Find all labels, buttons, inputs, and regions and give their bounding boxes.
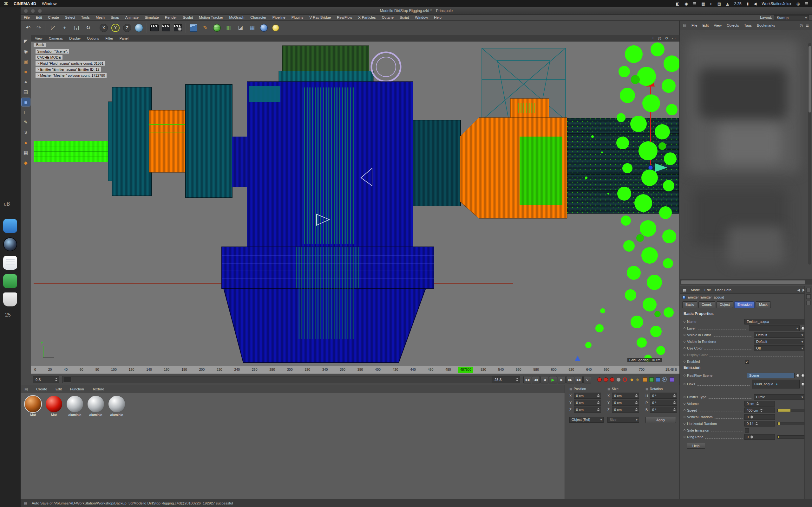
goto-start-button[interactable]: ▮◀	[523, 376, 531, 383]
timeline-ruler[interactable]: 0204060801001201401601802002202402602803…	[31, 366, 679, 374]
use-color-dropdown[interactable]: Off▾	[754, 345, 805, 351]
scene-link-ball-icon[interactable]	[796, 374, 800, 377]
strip-lock-icon[interactable]	[806, 288, 811, 292]
status-icon-5[interactable]: ◐	[710, 2, 712, 6]
viewport-menu-5[interactable]: Panel	[119, 37, 129, 40]
tab-coord[interactable]: Coord.	[699, 301, 715, 308]
timeline-scrub-track[interactable]: 28 S	[62, 376, 509, 383]
strip-mode-icon[interactable]	[806, 294, 811, 299]
add-floor-button[interactable]: ▦	[247, 23, 257, 33]
record-rotation-button[interactable]	[610, 377, 614, 382]
status-icon-7[interactable]: ◭	[726, 2, 729, 6]
size-y-field[interactable]: 0 cm	[612, 400, 639, 406]
object-manager-tree-blurred[interactable]	[680, 30, 812, 279]
size-z-field[interactable]: 0 cm	[612, 406, 639, 412]
material-menu-2[interactable]: Function	[70, 387, 84, 391]
om-filter-icon[interactable]: ☰	[806, 23, 809, 27]
position-z-field[interactable]: 0 cm	[574, 406, 601, 412]
status-icon-1[interactable]: ◧	[676, 2, 679, 6]
next-key-button[interactable]: ▮▶	[566, 376, 574, 383]
viewport-canvas[interactable]: Y Back Simulation "Scene":CACHE MODE> Fl…	[31, 42, 679, 366]
palette-paint-tool-icon[interactable]: ●	[21, 138, 30, 147]
ring-ratio-spinner[interactable]: 0	[745, 434, 775, 440]
size-x-field[interactable]: 0 cm	[612, 393, 639, 399]
position-y-field[interactable]: 0 cm	[574, 400, 601, 406]
palette-axis-tool-icon[interactable]: ∟	[21, 108, 30, 116]
size-mode-dropdown[interactable]: Size	[607, 417, 639, 423]
attr-menu-0[interactable]: Mode	[691, 288, 700, 292]
previous-frame-button[interactable]: ◀	[541, 376, 548, 383]
current-frame-marker[interactable]: 487500	[458, 367, 473, 373]
viewport-menu-4[interactable]: Filter	[105, 37, 113, 40]
palette-texture-tool-icon[interactable]: ▦	[21, 149, 30, 157]
viewport-pan-icon[interactable]: +	[652, 36, 654, 41]
om-menu-0[interactable]: File	[692, 23, 698, 27]
object-manager-horizontal-scrollbar[interactable]	[680, 279, 812, 285]
hud-back-button[interactable]: Back	[34, 43, 46, 47]
start-field-stepper[interactable]	[55, 377, 58, 382]
tab-object[interactable]: Object	[716, 301, 733, 308]
viewport-zoom-icon[interactable]: ◎	[658, 36, 661, 41]
om-menu-4[interactable]: Tags	[744, 23, 752, 27]
viewport-menu-1[interactable]: Cameras	[49, 37, 63, 40]
material-thumbnail[interactable]: aluminio	[87, 396, 105, 417]
play-button[interactable]: ▶	[549, 376, 557, 383]
coordinate-system-button[interactable]	[134, 23, 144, 33]
scrollbar-thumb[interactable]	[681, 280, 805, 284]
menu-11[interactable]: Motion Tracker	[199, 15, 223, 19]
rotation-h-field[interactable]: 0 °	[650, 393, 677, 399]
menu-0[interactable]: File	[24, 15, 30, 19]
menu-18[interactable]: X-Particles	[358, 15, 376, 19]
om-menu-1[interactable]: Edit	[702, 23, 709, 27]
keyframe-icon[interactable]: ◆	[630, 377, 633, 382]
palette-plane-tool-icon[interactable]: ▤	[21, 88, 30, 96]
finder-app-icon[interactable]	[3, 219, 17, 233]
strip-pin-icon[interactable]	[806, 301, 811, 305]
palette-magnet-tool-icon[interactable]: ◉	[21, 47, 30, 55]
om-menu-5[interactable]: Bookmarks	[757, 23, 775, 27]
ring-ratio-slider[interactable]	[777, 435, 805, 439]
status-icon-6[interactable]: ▤	[717, 2, 721, 6]
palette-snap-tool-icon[interactable]: S	[21, 128, 30, 136]
material-thumbnail[interactable]: aluminio	[66, 396, 84, 417]
menu-13[interactable]: Character	[250, 15, 266, 19]
menu-2[interactable]: Create	[48, 15, 59, 19]
minimize-window-button[interactable]	[31, 9, 35, 13]
om-search-icon[interactable]: ◎	[800, 23, 803, 27]
pla-mode-button[interactable]	[670, 377, 674, 382]
palette-cube-tool-icon-active[interactable]: ■	[21, 98, 30, 106]
menu-21[interactable]: Window	[415, 15, 428, 19]
lock-x-axis-button[interactable]: X	[99, 23, 109, 33]
apply-button[interactable]: Apply	[646, 417, 676, 423]
layout-dropdown[interactable]: Startup	[774, 15, 809, 20]
document-app-icon[interactable]	[3, 256, 17, 270]
parameter-mode-button[interactable]: P	[662, 377, 667, 382]
menu-3[interactable]: Select	[65, 15, 75, 19]
cinema4d-app-icon[interactable]	[3, 237, 17, 251]
panel-grip-icon[interactable]: ▤	[24, 387, 28, 391]
lock-z-axis-button[interactable]: Z	[122, 23, 132, 33]
menu-14[interactable]: Pipeline	[272, 15, 286, 19]
object-mode-dropdown[interactable]: Object (Rel)	[569, 417, 604, 423]
menu-15[interactable]: Plugins	[292, 15, 304, 19]
machine-name[interactable]: WorkStationJelux	[762, 2, 792, 6]
realflow-scene-field[interactable]: Scene	[747, 373, 795, 378]
visible-renderer-dropdown[interactable]: Default▾	[754, 339, 805, 344]
palette-selection-tool-icon[interactable]: ◤	[21, 37, 30, 45]
loop-playback-button[interactable]: ↻	[583, 376, 591, 383]
render-settings-button[interactable]	[173, 23, 183, 33]
goto-end-button[interactable]: ▶▮	[575, 376, 583, 383]
tab-emission[interactable]: Emission	[734, 301, 755, 308]
menu-4[interactable]: Tools	[81, 15, 90, 19]
key-filter-position-button[interactable]	[643, 377, 647, 382]
apple-menu-icon[interactable]: ⌘	[4, 1, 8, 6]
key-filter-rotation-button[interactable]	[656, 377, 660, 382]
record-position-button[interactable]	[604, 377, 608, 382]
attr-menu-1[interactable]: Edit	[705, 288, 711, 292]
speed-spinner[interactable]: 400 cm	[745, 407, 775, 413]
horizontal-random-slider[interactable]	[777, 422, 805, 425]
scrollbar-thumb[interactable]	[809, 46, 811, 112]
om-menu-3[interactable]: Objects	[727, 23, 739, 27]
tab-mask[interactable]: Mask	[756, 301, 770, 308]
add-deformer-button[interactable]: ◪	[235, 23, 246, 33]
